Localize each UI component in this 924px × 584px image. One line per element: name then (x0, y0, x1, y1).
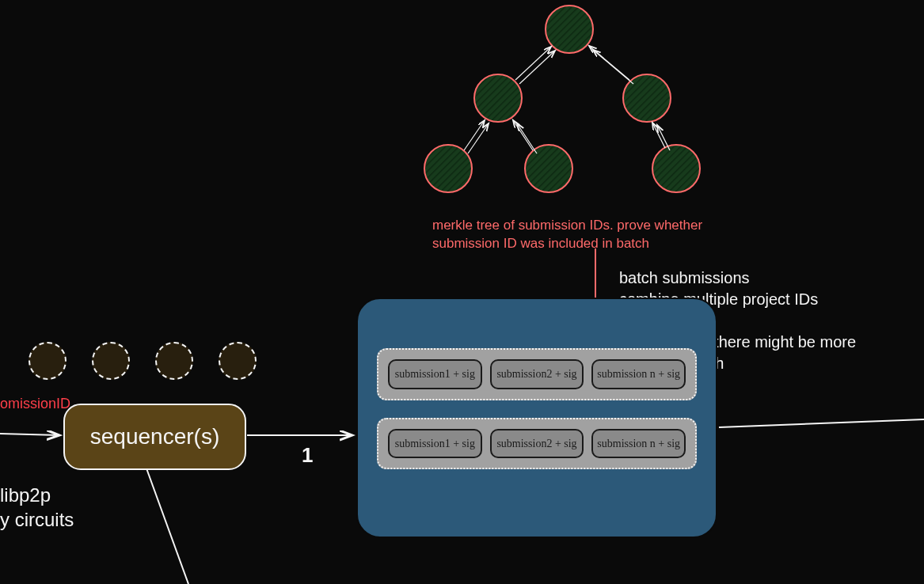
svg-line-9 (519, 51, 555, 84)
submission-box: submission1 + sig (388, 359, 482, 389)
svg-line-11 (593, 50, 633, 84)
svg-line-12 (464, 120, 485, 150)
svg-point-3 (474, 74, 522, 122)
pending-node-icon (92, 342, 130, 380)
svg-line-17 (657, 125, 670, 150)
arrow-into-sequencer (0, 434, 59, 435)
merkle-caption-line1: merkle tree of submission IDs. prove whe… (432, 218, 702, 233)
pending-node-icon (155, 342, 193, 380)
svg-line-15 (517, 123, 537, 154)
svg-line-16 (652, 123, 665, 148)
batch-container: submission1 + sig submission2 + sig subm… (356, 298, 717, 538)
batch-row: submission1 + sig submission2 + sig subm… (377, 418, 697, 470)
merkle-caption: merkle tree of submission IDs. prove whe… (432, 217, 765, 253)
submission-box: submission n + sig (591, 429, 686, 459)
svg-point-5 (424, 145, 472, 192)
svg-point-7 (652, 145, 700, 192)
merkle-caption-line2: submission ID was included in batch (432, 236, 649, 251)
submission-box: submission1 + sig (388, 429, 482, 459)
sequencer-label: sequencer(s) (90, 424, 219, 449)
diagram-canvas: merkle tree of submission IDs. prove whe… (0, 0, 924, 584)
batch-row: submission1 + sig submission2 + sig subm… (377, 348, 697, 400)
svg-point-6 (525, 145, 572, 192)
batch-caption-line1: batch submissions (619, 269, 750, 286)
svg-line-13 (468, 123, 489, 154)
libp2p-label: libp2p y circuits (0, 483, 74, 532)
pending-node-icon (219, 342, 257, 380)
libp2p-line2: y circuits (0, 509, 74, 530)
sequencer-box: sequencer(s) (63, 404, 246, 470)
submission-box: submission2 + sig (490, 359, 584, 389)
submission-box: submission2 + sig (490, 429, 584, 459)
svg-point-2 (546, 6, 593, 53)
merkle-tree (424, 6, 700, 192)
svg-line-8 (515, 47, 551, 80)
pending-node-icon (29, 342, 67, 380)
line-sequencer-down (146, 468, 188, 584)
edge-label-1: 1 (302, 443, 313, 468)
libp2p-line1: libp2p (0, 484, 51, 506)
submission-box: submission n + sig (591, 359, 686, 389)
svg-line-14 (513, 120, 533, 150)
line-batch-out-right (719, 419, 924, 427)
submission-id-label: omissionID (0, 396, 70, 412)
